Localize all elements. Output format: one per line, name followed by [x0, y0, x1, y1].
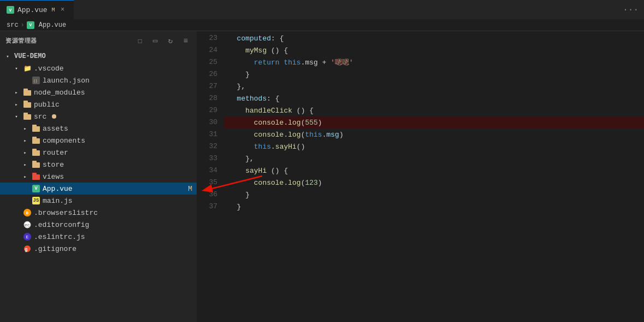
- tab-more-button[interactable]: ···: [623, 5, 644, 15]
- sidebar-item-editorconfig[interactable]: ec .editorconfig: [0, 219, 197, 231]
- sidebar-item-launch-json[interactable]: {} launch.json: [0, 74, 197, 86]
- editor-content: 23 24 25 26 27 28 29 30 31 32 33 34 35: [197, 31, 644, 213]
- line-num-28: 28: [197, 92, 217, 104]
- line-num-30: 30: [197, 116, 217, 128]
- line-num-27: 27: [197, 80, 217, 92]
- sidebar-item-label: .vscode: [34, 65, 64, 73]
- code-line-33: },: [224, 153, 644, 165]
- editorconfig-icon: ec: [23, 220, 32, 229]
- breadcrumb-vue-icon: V: [27, 21, 34, 29]
- svg-rect-3: [23, 89, 28, 91]
- chevron-down-icon: ▾: [12, 64, 21, 73]
- svg-rect-7: [23, 113, 28, 115]
- sidebar-item-store[interactable]: ▸ store: [0, 159, 197, 171]
- new-file-icon[interactable]: ☐: [134, 36, 145, 46]
- sidebar-item-src[interactable]: ▾ src: [0, 110, 197, 122]
- sidebar-item-label: .eslintrc.js: [34, 233, 85, 241]
- collapse-icon[interactable]: ≡: [180, 36, 191, 46]
- sidebar-item-assets[interactable]: ▸ assets: [0, 122, 197, 134]
- chevron-right-icon: ▸: [21, 172, 29, 181]
- sidebar-item-label: .editorconfig: [34, 221, 89, 229]
- vue-icon: V: [32, 184, 40, 193]
- modified-dot: [52, 114, 56, 119]
- svg-rect-15: [32, 161, 37, 163]
- tab-bar: V App.vue M × ···: [0, 0, 644, 19]
- chevron-right-icon: ▸: [21, 160, 29, 169]
- code-line-31: console.log(this.msg): [224, 128, 644, 140]
- sidebar-item-label: App.vue: [43, 185, 73, 193]
- code-line-24: myMsg () {: [224, 44, 644, 56]
- editor[interactable]: 23 24 25 26 27 28 29 30 31 32 33 34 35: [197, 31, 644, 213]
- eslint-icon: E: [23, 232, 32, 241]
- breadcrumb: src › V App.vue: [0, 19, 644, 31]
- sidebar-item-components[interactable]: ▸ components: [0, 134, 197, 147]
- chevron-right-icon: ▸: [12, 100, 21, 109]
- code-line-29: handleClick () {: [224, 104, 644, 116]
- modified-dot: M: [52, 7, 55, 13]
- sidebar-item-label: assets: [43, 125, 68, 133]
- chevron-right-icon: ▸: [21, 136, 29, 145]
- root-label: VUE-DEMO: [14, 52, 46, 60]
- modified-badge: M: [188, 185, 192, 193]
- sidebar-item-vscode[interactable]: ▾ 📁 .vscode: [0, 62, 197, 74]
- tab-close-button[interactable]: ×: [58, 5, 67, 14]
- browserslist-icon: B: [23, 208, 32, 217]
- sidebar-item-label: node_modules: [34, 89, 85, 97]
- sidebar-item-label: router: [43, 149, 68, 157]
- line-num-33: 33: [197, 153, 217, 165]
- breadcrumb-sep1: ›: [21, 21, 25, 29]
- sidebar-item-label: .browserslistrc: [34, 209, 98, 217]
- folder-icon: [32, 148, 40, 157]
- svg-rect-6: [23, 114, 31, 120]
- line-num-32: 32: [197, 140, 217, 153]
- breadcrumb-src[interactable]: src: [7, 21, 19, 29]
- sidebar-item-label: store: [43, 161, 64, 169]
- sidebar-item-public[interactable]: ▸ public: [0, 98, 197, 110]
- json-icon: {}: [32, 76, 40, 85]
- code-area[interactable]: computed: { myMsg () { return this.msg +…: [224, 31, 644, 213]
- svg-rect-11: [32, 137, 37, 139]
- code-line-37: }: [224, 201, 644, 213]
- new-folder-icon[interactable]: ▭: [150, 36, 161, 46]
- chevron-right-icon: ▸: [21, 148, 29, 157]
- svg-rect-17: [32, 173, 37, 175]
- folder-icon: [23, 88, 32, 97]
- sidebar-item-eslintrc[interactable]: E .eslintrc.js: [0, 231, 197, 243]
- sidebar-item-label: public: [34, 101, 60, 109]
- line-num-23: 23: [197, 32, 217, 44]
- code-line-35: console.log(123): [224, 177, 644, 189]
- code-line-23: computed: {: [224, 32, 644, 44]
- refresh-icon[interactable]: ↻: [165, 36, 176, 46]
- sidebar-item-node-modules[interactable]: ▸ node_modules: [0, 86, 197, 98]
- svg-rect-12: [32, 150, 40, 156]
- sidebar-item-label: views: [43, 173, 64, 181]
- line-num-35: 35: [197, 177, 217, 189]
- sidebar-item-app-vue[interactable]: V App.vue M: [0, 183, 197, 195]
- code-line-27: },: [224, 80, 644, 92]
- code-line-32: this.sayHi(): [224, 140, 644, 153]
- sidebar-item-gitignore[interactable]: g .gitignore: [0, 243, 197, 255]
- breadcrumb-file: App.vue: [39, 21, 66, 29]
- tab-app-vue[interactable]: V App.vue M ×: [0, 0, 74, 19]
- folder-icon: [32, 124, 40, 133]
- code-line-25: return this.msg + '嗯嗯': [224, 56, 644, 68]
- sidebar-header: 资源管理器 ☐ ▭ ↻ ≡: [0, 31, 197, 50]
- code-line-30: console.log(555): [224, 116, 644, 128]
- line-num-26: 26: [197, 68, 217, 80]
- svg-text:g: g: [25, 247, 27, 253]
- sidebar-item-browserslistrc[interactable]: B .browserslistrc: [0, 207, 197, 219]
- sidebar-item-router[interactable]: ▸ router: [0, 147, 197, 159]
- sidebar-item-label: components: [43, 137, 85, 145]
- chevron-right-icon: ▸: [21, 124, 29, 133]
- sidebar-item-label: .gitignore: [34, 245, 76, 253]
- sidebar: 资源管理器 ☐ ▭ ↻ ≡ ▾ VUE-DEMO ▾ 📁 .vscode: [0, 31, 197, 322]
- sidebar-item-views[interactable]: ▸ views: [0, 171, 197, 183]
- folder-icon: [32, 160, 40, 169]
- code-line-36: }: [224, 189, 644, 201]
- tab-label: App.vue: [17, 6, 48, 14]
- sidebar-item-main-js[interactable]: JS main.js: [0, 195, 197, 207]
- line-num-37: 37: [197, 201, 217, 213]
- chevron-right-icon: ▸: [12, 88, 21, 97]
- git-icon: g: [23, 244, 32, 253]
- sidebar-root-item[interactable]: ▾ VUE-DEMO: [0, 50, 197, 62]
